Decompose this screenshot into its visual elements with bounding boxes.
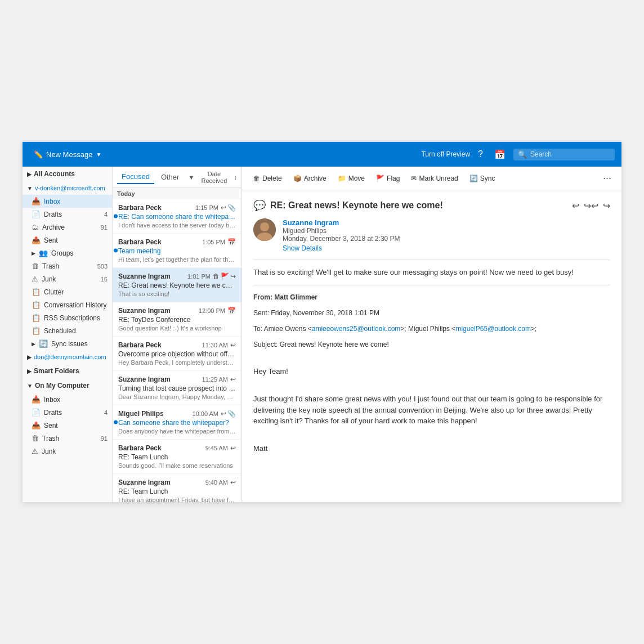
- sidebar-item-junk[interactable]: ⚠ Junk 16: [23, 272, 112, 285]
- sidebar-item-inbox[interactable]: 📥 Inbox: [23, 195, 112, 208]
- reply-icon-8: ↩: [230, 478, 236, 486]
- email-sender-3: Suzanne Ingram: [118, 307, 199, 315]
- email-sender-2: Suzanne Ingram: [118, 272, 187, 280]
- email-item-2[interactable]: Suzanne Ingram 1:01 PM 🗑 🚩 ↪ RE: Great n…: [113, 268, 242, 302]
- omc-drafts-count: 4: [104, 409, 108, 416]
- email-item-1[interactable]: Barbara Peck 1:05 PM 📅 Team meeting Hi t…: [113, 234, 242, 268]
- omc-drafts-label: Drafts: [44, 409, 101, 417]
- flag-label: Flag: [387, 175, 400, 182]
- email-item-4[interactable]: Barbara Peck 11:30 AM ↩ Overcome price o…: [113, 337, 242, 371]
- search-input[interactable]: [530, 150, 609, 158]
- email-item-5[interactable]: Suzanne Ingram 11:25 AM ↩ Turning that l…: [113, 371, 242, 405]
- new-message-button[interactable]: ✏️ New Message ▼: [29, 148, 106, 161]
- account1-label: v-donken@microsoft.com: [35, 185, 105, 191]
- email-sender-0: Barbara Peck: [118, 204, 195, 212]
- email-item-7[interactable]: Barbara Peck 9:45 AM ↩ RE: Team Lunch So…: [113, 440, 242, 474]
- reply-icon-7: ↩: [230, 444, 236, 452]
- tab-other[interactable]: Other: [156, 171, 184, 184]
- delete-button[interactable]: 🗑 Delete: [249, 172, 287, 185]
- all-accounts-label: All Accounts: [34, 170, 75, 178]
- sidebar-item-archive[interactable]: 🗂 Archive 91: [23, 221, 112, 234]
- sender-avatar: [253, 218, 276, 241]
- forwarded-body: Just thought I'd share some great news w…: [253, 393, 610, 427]
- conv-history-label: Conversation History: [44, 301, 108, 309]
- email-body-intro: That is so exciting! We'll get to make s…: [253, 267, 610, 278]
- show-details-link[interactable]: Show Details: [283, 244, 322, 252]
- email-subject-2: RE: Great news! Keynote here we come!: [118, 281, 236, 289]
- turn-off-preview-button[interactable]: Turn off Preview: [421, 150, 470, 158]
- calendar-icon-button[interactable]: 📅: [491, 147, 509, 162]
- sidebar-item-sent[interactable]: 📤 Sent: [23, 234, 112, 247]
- sidebar-item-omc-drafts[interactable]: 📄 Drafts 4: [23, 406, 112, 419]
- sidebar-item-scheduled[interactable]: 📋 Scheduled: [23, 324, 112, 337]
- account2-header[interactable]: ▶ don@dennymountain.com: [23, 350, 112, 364]
- email-subject-4: Overcome price objection without offe...: [118, 350, 236, 358]
- mark-unread-button[interactable]: ✉ Mark Unread: [406, 172, 462, 185]
- email-list-body: Today Barbara Peck 1:15 PM ↩ 📎 RE: Can s…: [113, 188, 242, 502]
- email-subject-display: 💬 RE: Great news! Keynote here we come! …: [253, 199, 610, 212]
- smart-folders-header[interactable]: ▶ Smart Folders: [23, 364, 112, 378]
- email-subject-3: RE: ToyDes Conference: [118, 316, 236, 324]
- calendar-icon-1: 📅: [227, 238, 236, 246]
- sort-label: Date Received: [195, 171, 232, 184]
- drafts-icon: 📄: [32, 210, 41, 218]
- forwarded-to: To: Amiee Owens <amieeowens25@outlook.co…: [253, 324, 610, 334]
- groups-icon: 👥: [39, 249, 48, 257]
- archive-button[interactable]: 📦 Archive: [289, 172, 331, 185]
- attachment-icon-0: 📎: [227, 204, 236, 212]
- groups-label: Groups: [51, 249, 108, 257]
- email-item-0[interactable]: Barbara Peck 1:15 PM ↩ 📎 RE: Can someone…: [113, 199, 242, 234]
- to-email-link[interactable]: amieeowens25@outlook.com: [312, 325, 401, 333]
- sidebar-item-conversation-history[interactable]: 📋 Conversation History: [23, 298, 112, 311]
- sidebar-item-groups[interactable]: ▶ 👥 Groups: [23, 247, 112, 260]
- email-subject-7: RE: Team Lunch: [118, 453, 236, 461]
- email-subject-5: Turning that lost cause prospect into a.…: [118, 384, 236, 392]
- flag-button[interactable]: 🚩 Flag: [372, 172, 404, 185]
- email-time-3: 12:00 PM: [199, 307, 225, 314]
- email-time-4: 11:30 AM: [202, 342, 228, 348]
- email-preview-6: Does anybody have the whitepaper from th…: [118, 428, 236, 435]
- sync-button[interactable]: 🔄 Sync: [465, 172, 500, 185]
- scheduled-icon: 📋: [32, 327, 41, 335]
- sidebar-item-trash[interactable]: 🗑 Trash 503: [23, 260, 112, 272]
- email-content: 💬 RE: Great news! Keynote here we come! …: [242, 190, 621, 502]
- cc-email-link[interactable]: miguelP65@outlook.com: [455, 325, 531, 333]
- sidebar-item-drafts[interactable]: 📄 Drafts 4: [23, 208, 112, 221]
- omc-sent-icon: 📤: [32, 421, 41, 430]
- email-item-8[interactable]: Suzanne Ingram 9:40 AM ↩ RE: Team Lunch …: [113, 474, 242, 502]
- expand-groups-icon: ▶: [32, 251, 35, 256]
- email-time-2: 1:01 PM: [187, 273, 211, 280]
- email-item-6[interactable]: Miguel Philips 10:00 AM ↩ 📎 Can someone …: [113, 405, 242, 440]
- reply-all-button[interactable]: ↪↩: [584, 200, 598, 211]
- email-item-3[interactable]: Suzanne Ingram 12:00 PM 📅 RE: ToyDes Con…: [113, 302, 242, 337]
- sidebar-item-rss[interactable]: 📋 RSS Subscriptions: [23, 311, 112, 324]
- email-sender-6: Miguel Philips: [118, 410, 193, 418]
- reply-button[interactable]: ↩: [572, 200, 579, 211]
- inbox-icon: 📥: [32, 197, 41, 205]
- sidebar-item-sync-issues[interactable]: ▶ 🔄 Sync Issues: [23, 337, 112, 350]
- sidebar-item-omc-junk[interactable]: ⚠ Junk: [23, 445, 112, 458]
- forward-button[interactable]: ↪: [603, 200, 610, 211]
- sidebar-item-omc-sent[interactable]: 📤 Sent: [23, 419, 112, 432]
- sidebar-item-clutter[interactable]: 📋 Clutter: [23, 285, 112, 298]
- sync-label: Sync: [480, 175, 495, 182]
- move-button[interactable]: 📁 Move: [333, 172, 369, 185]
- scheduled-label: Scheduled: [44, 327, 108, 335]
- clutter-label: Clutter: [44, 288, 108, 296]
- account1-header[interactable]: ▼ v-donken@microsoft.com: [23, 181, 112, 195]
- sort-button[interactable]: ▼ Date Received ↕: [188, 171, 237, 184]
- delete-icon: 🗑: [253, 175, 260, 182]
- email-preview-4: Hey Barbara Peck, I completely understan…: [118, 359, 236, 366]
- all-accounts-item[interactable]: ▶ All Accounts: [23, 167, 112, 181]
- more-button[interactable]: ···: [600, 171, 615, 185]
- mark-unread-label: Mark Unread: [419, 175, 458, 182]
- sidebar-item-omc-trash[interactable]: 🗑 Trash 91: [23, 432, 112, 445]
- email-preview-0: I don't have access to the server today …: [118, 222, 236, 229]
- dropdown-chevron-icon: ▼: [96, 151, 101, 158]
- tab-focused[interactable]: Focused: [117, 170, 154, 184]
- help-icon-button[interactable]: ?: [475, 147, 486, 162]
- on-my-computer-header[interactable]: ▼ On My Computer: [23, 378, 112, 393]
- sender-info: Suzanne Ingram Migued Philips Monday, De…: [283, 218, 400, 253]
- sidebar-item-omc-inbox[interactable]: 📥 Inbox: [23, 393, 112, 406]
- email-time-5: 11:25 AM: [202, 376, 228, 383]
